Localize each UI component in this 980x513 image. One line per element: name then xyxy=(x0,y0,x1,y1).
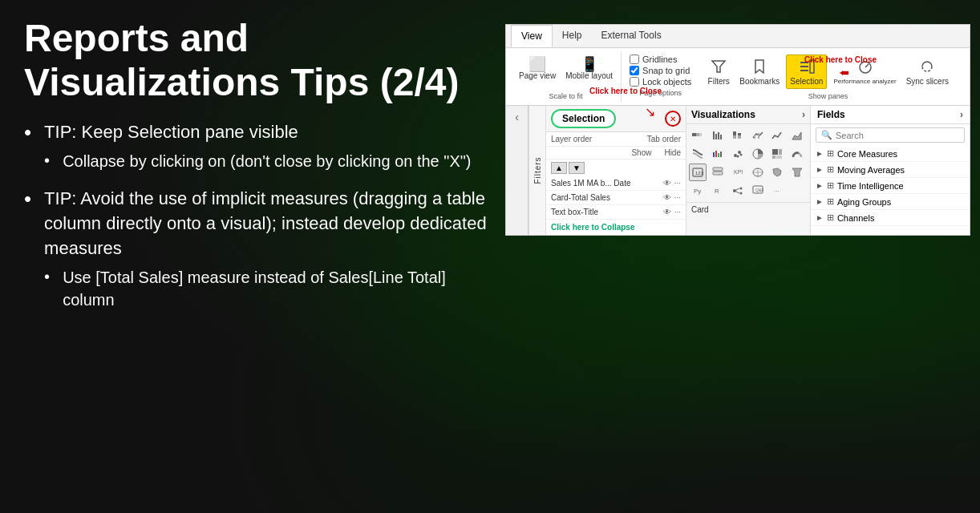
svg-rect-23 xyxy=(720,151,722,157)
click-collapse-link[interactable]: Click here to Collapse xyxy=(546,220,686,235)
item-2-name: Card-Total Sales xyxy=(551,193,610,202)
viz-icons-grid: 123 KPI xyxy=(686,124,810,202)
lock-objects-checkbox[interactable] xyxy=(630,77,639,87)
item-2-icons: 👁 ··· xyxy=(663,193,681,202)
panes-container: Selection ✕ Click here to Close ↘ Layer … xyxy=(546,106,970,235)
field-group-time-intelligence[interactable]: ► ⊞ Time Intelligence xyxy=(811,178,970,194)
field-group-moving-averages[interactable]: ► ⊞ Moving Averages xyxy=(811,162,970,178)
tab-order-label[interactable]: Tab order xyxy=(647,135,681,143)
filters-label: Filters xyxy=(708,77,730,86)
viz-pane-title: Visualizations xyxy=(691,109,755,120)
viz-line[interactable] xyxy=(768,127,786,144)
viz-line-clustered[interactable] xyxy=(749,127,767,144)
field-group-channels[interactable]: ► ⊞ Channels xyxy=(811,210,970,226)
page-view-button[interactable]: ⬜ Page view xyxy=(516,55,559,83)
layer-order-label[interactable]: Layer order xyxy=(551,135,592,143)
lock-objects-label: Lock objects xyxy=(642,77,691,87)
channels-label: Channels xyxy=(837,213,874,223)
moving-averages-table-icon: ⊞ xyxy=(827,164,834,175)
selection-close-button[interactable]: ✕ xyxy=(665,111,681,127)
nav-arrow-left[interactable]: ‹ xyxy=(513,109,520,125)
viz-filled-map[interactable] xyxy=(768,164,786,181)
svg-rect-4 xyxy=(810,60,814,73)
hide-label: Hide xyxy=(664,148,681,157)
viz-ribbon[interactable] xyxy=(689,145,707,163)
screenshot: View Help External Tools ⬜ Page view xyxy=(505,24,970,236)
viz-scatter[interactable] xyxy=(729,145,747,163)
item-3-name: Text box-Title xyxy=(551,208,598,216)
fields-header: Fields › xyxy=(811,106,970,124)
viz-funnel[interactable] xyxy=(788,164,806,181)
tab-help[interactable]: Help xyxy=(553,25,592,47)
left-panel: Reports and Visualizations Tips (2/4) TI… xyxy=(24,16,489,497)
search-icon: 🔍 xyxy=(821,130,832,140)
field-group-aging-groups[interactable]: ► ⊞ Aging Groups xyxy=(811,194,970,210)
fields-pane: Fields › 🔍 ► ⊞ Core Measures xyxy=(811,106,970,235)
svg-rect-6 xyxy=(692,133,696,136)
viz-stacked-column[interactable] xyxy=(729,127,747,144)
tip-2-subtip-1-text: Use [Total Sales] measure instead of Sal… xyxy=(63,266,489,311)
viz-pane-nav-right[interactable]: › xyxy=(802,109,805,120)
sync-slicers-icon xyxy=(918,58,936,75)
gridlines-checkbox-label[interactable]: Gridlines xyxy=(630,55,691,64)
viz-map[interactable] xyxy=(749,164,767,181)
fields-search-input[interactable] xyxy=(836,131,959,140)
tab-view[interactable]: View xyxy=(511,25,553,47)
viz-kpi[interactable]: KPI xyxy=(729,164,747,181)
selection-item-3[interactable]: Text box-Title 👁 ··· xyxy=(546,205,686,220)
selection-item-1[interactable]: Sales 1M MA b... Date 👁 ··· xyxy=(546,176,686,191)
svg-rect-3 xyxy=(800,70,808,71)
aging-groups-expand-icon: ► xyxy=(816,197,824,206)
viz-area[interactable] xyxy=(788,127,806,144)
viz-pie[interactable] xyxy=(749,145,767,163)
snap-to-grid-checkbox-label[interactable]: Snap to grid xyxy=(630,66,691,75)
sync-slicers-button[interactable]: Sync slicers xyxy=(903,55,952,88)
viz-more[interactable]: ··· xyxy=(768,182,786,200)
selection-button[interactable]: Selection xyxy=(786,55,827,89)
move-up-button[interactable]: ▲ xyxy=(551,162,567,174)
viz-qa[interactable]: Q&A xyxy=(749,182,767,200)
viz-python[interactable]: Py xyxy=(689,182,707,200)
svg-rect-8 xyxy=(699,133,702,136)
viz-clustered-bar[interactable] xyxy=(709,127,727,144)
viz-waterfall[interactable] xyxy=(709,145,727,163)
selection-pane-title[interactable]: Selection xyxy=(551,109,616,128)
viz-card[interactable]: 123 xyxy=(689,164,707,181)
svg-rect-18 xyxy=(758,133,759,139)
tab-external-tools[interactable]: External Tools xyxy=(591,25,670,47)
performance-analyzer-label: Performance analyzer xyxy=(833,78,896,85)
svg-marker-19 xyxy=(792,132,801,139)
viz-multi-row-card[interactable] xyxy=(709,164,727,181)
selection-item-2[interactable]: Card-Total Sales 👁 ··· xyxy=(546,191,686,205)
fields-nav-right[interactable]: › xyxy=(960,109,963,120)
move-down-button[interactable]: ▼ xyxy=(569,162,585,174)
svg-rect-7 xyxy=(696,133,699,136)
viz-stacked-bar[interactable] xyxy=(689,127,707,144)
gridlines-checkbox[interactable] xyxy=(630,55,639,64)
moving-averages-expand-icon: ► xyxy=(816,165,824,174)
performance-analyzer-icon xyxy=(856,59,874,76)
left-strip: ‹ xyxy=(506,106,528,235)
performance-analyzer-button[interactable]: Performance analyzer xyxy=(830,56,899,87)
time-intelligence-table-icon: ⊞ xyxy=(827,180,834,191)
core-measures-label: Core Measures xyxy=(837,149,897,159)
viz-decomp-tree[interactable] xyxy=(729,182,747,200)
svg-point-26 xyxy=(736,156,739,158)
svg-marker-0 xyxy=(712,61,725,72)
svg-rect-31 xyxy=(772,156,775,159)
visualizations-pane: Visualizations › xyxy=(686,106,811,235)
lock-objects-checkbox-label[interactable]: Lock objects xyxy=(630,77,691,87)
field-group-core-measures[interactable]: ► ⊞ Core Measures xyxy=(811,146,970,162)
filters-button[interactable]: Filters xyxy=(704,55,733,88)
bookmarks-button[interactable]: Bookmarks xyxy=(736,55,783,88)
mobile-layout-button[interactable]: 📱 Mobile layout xyxy=(562,55,616,83)
snap-to-grid-checkbox[interactable] xyxy=(630,66,639,75)
viz-r-script[interactable]: R xyxy=(709,182,727,200)
tips-list: TIP: Keep Selection pane visible Collaps… xyxy=(24,120,489,315)
viz-treemap[interactable] xyxy=(768,145,786,163)
time-intelligence-expand-icon: ► xyxy=(816,181,824,190)
fields-search-container[interactable]: 🔍 xyxy=(816,127,965,143)
svg-rect-1 xyxy=(800,62,808,63)
viz-gauge[interactable] xyxy=(788,145,806,163)
ribbon-group-show-panes: Filters Bookmarks xyxy=(699,51,957,102)
